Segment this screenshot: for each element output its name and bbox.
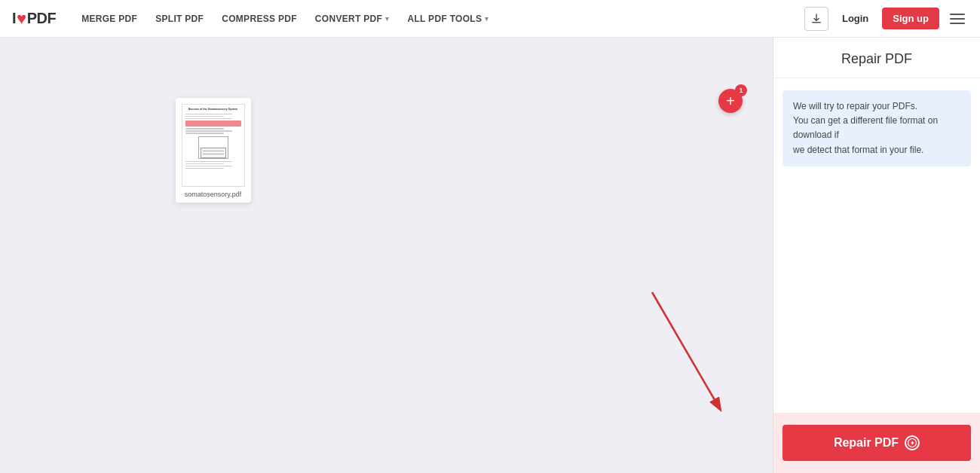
arrow-indicator	[622, 277, 743, 428]
nav-all-pdf-tools[interactable]: ALL PDF TOOLS ▾	[400, 9, 496, 29]
panel-info-line2: You can get a different file format on d…	[793, 114, 960, 142]
repair-button-area: Repair PDF	[773, 413, 980, 473]
nav-merge-pdf[interactable]: MERGE PDF	[74, 9, 145, 29]
nav-convert-pdf[interactable]: CONVERT PDF ▾	[308, 9, 397, 29]
svg-rect-0	[812, 22, 821, 23]
right-panel: Repair PDF We will try to repair your PD…	[773, 38, 980, 473]
header-right: Login Sign up	[804, 7, 968, 31]
signup-button[interactable]: Sign up	[882, 8, 939, 29]
login-button[interactable]: Login	[836, 8, 874, 29]
main-layout: 1 + Neurons of the Somatosensory System	[0, 38, 980, 473]
logo[interactable]: I ♥ PDF	[12, 9, 56, 29]
hamburger-line	[950, 18, 965, 20]
repair-pdf-button[interactable]: Repair PDF	[782, 425, 971, 461]
pdf-preview-image: Neurons of the Somatosensory System	[182, 104, 245, 187]
logo-i: I	[12, 10, 16, 27]
hamburger-line	[950, 23, 965, 24]
hamburger-line	[950, 14, 965, 15]
pdf-filename: somatosensory.pdf	[182, 191, 245, 198]
hamburger-menu-button[interactable]	[947, 11, 968, 27]
panel-info-line3: we detect that format in your file.	[793, 143, 960, 157]
arrow-right-icon	[908, 438, 917, 447]
convert-pdf-arrow-icon: ▾	[385, 15, 389, 23]
download-app-button[interactable]	[804, 7, 828, 31]
logo-pdf: PDF	[27, 10, 57, 27]
download-icon	[810, 13, 822, 25]
all-pdf-tools-arrow-icon: ▾	[485, 15, 488, 23]
nav-compress-pdf[interactable]: COMPRESS PDF	[214, 9, 305, 29]
add-files-button[interactable]: +	[718, 89, 743, 113]
svg-line-2	[652, 292, 720, 409]
nav: MERGE PDF SPLIT PDF COMPRESS PDF CONVERT…	[74, 9, 804, 29]
panel-info-box: We will try to repair your PDFs. You can…	[782, 90, 971, 166]
logo-heart: ♥	[17, 9, 26, 29]
header: I ♥ PDF MERGE PDF SPLIT PDF COMPRESS PDF…	[0, 0, 980, 38]
nav-split-pdf[interactable]: SPLIT PDF	[148, 9, 211, 29]
pdf-thumbnail-card: Neurons of the Somatosensory System	[176, 98, 251, 203]
panel-info-line1: We will try to repair your PDFs.	[793, 99, 960, 114]
repair-btn-label: Repair PDF	[834, 436, 899, 450]
panel-title: Repair PDF	[773, 38, 980, 78]
canvas-area: 1 + Neurons of the Somatosensory System	[0, 38, 773, 473]
repair-btn-circle-icon	[905, 435, 920, 450]
